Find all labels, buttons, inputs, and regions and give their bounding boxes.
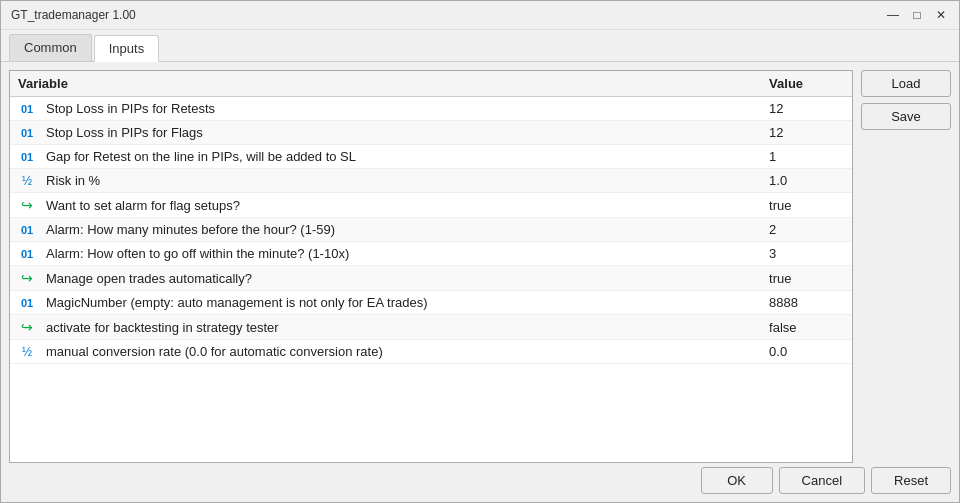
table-row: 01Stop Loss in PIPs for Flags12 [10, 121, 852, 145]
row-variable: Gap for Retest on the line in PIPs, will… [38, 145, 761, 169]
row-variable: Alarm: How many minutes before the hour?… [38, 218, 761, 242]
row-variable: activate for backtesting in strategy tes… [38, 315, 761, 340]
row-icon: ↪ [10, 315, 38, 340]
window-controls: — □ ✕ [885, 7, 949, 23]
main-body: Variable Value 01Stop Loss in PIPs for R… [1, 62, 959, 502]
table-row: ½manual conversion rate (0.0 for automat… [10, 340, 852, 364]
row-icon: 01 [10, 242, 38, 266]
row-value: 3 [761, 242, 852, 266]
col-value: Value [761, 71, 852, 97]
variables-table-container: Variable Value 01Stop Loss in PIPs for R… [9, 70, 853, 463]
table-header-row: Variable Value [10, 71, 852, 97]
window-title: GT_trademanager 1.00 [11, 8, 136, 22]
row-icon: 01 [10, 145, 38, 169]
split-content: Variable Value 01Stop Loss in PIPs for R… [1, 62, 959, 463]
ok-button[interactable]: OK [701, 467, 773, 494]
table-row: 01MagicNumber (empty: auto management is… [10, 291, 852, 315]
row-icon: ½ [10, 340, 38, 364]
table-row: 01Stop Loss in PIPs for Retests12 [10, 97, 852, 121]
row-value: false [761, 315, 852, 340]
row-value: 0.0 [761, 340, 852, 364]
load-button[interactable]: Load [861, 70, 951, 97]
table-row: ½Risk in %1.0 [10, 169, 852, 193]
row-value: 1.0 [761, 169, 852, 193]
row-value: true [761, 193, 852, 218]
table-row: ↪activate for backtesting in strategy te… [10, 315, 852, 340]
row-icon: ↪ [10, 193, 38, 218]
row-variable: Want to set alarm for flag setups? [38, 193, 761, 218]
tabs-bar: Common Inputs [1, 30, 959, 62]
title-bar: GT_trademanager 1.00 — □ ✕ [1, 1, 959, 30]
col-variable: Variable [10, 71, 761, 97]
tab-common[interactable]: Common [9, 34, 92, 61]
variables-table: Variable Value 01Stop Loss in PIPs for R… [10, 71, 852, 364]
row-variable: Stop Loss in PIPs for Retests [38, 97, 761, 121]
table-row: 01Alarm: How often to go off within the … [10, 242, 852, 266]
row-icon: ↪ [10, 266, 38, 291]
row-icon: 01 [10, 97, 38, 121]
row-variable: manual conversion rate (0.0 for automati… [38, 340, 761, 364]
row-value: 12 [761, 121, 852, 145]
row-value: 12 [761, 97, 852, 121]
save-button[interactable]: Save [861, 103, 951, 130]
row-variable: MagicNumber (empty: auto management is n… [38, 291, 761, 315]
table-row: ↪Want to set alarm for flag setups?true [10, 193, 852, 218]
table-row: ↪Manage open trades automatically?true [10, 266, 852, 291]
row-icon: ½ [10, 169, 38, 193]
row-icon: 01 [10, 218, 38, 242]
main-window: GT_trademanager 1.00 — □ ✕ Common Inputs… [0, 0, 960, 503]
side-buttons: Load Save [861, 70, 951, 463]
minimize-button[interactable]: — [885, 7, 901, 23]
row-value: 8888 [761, 291, 852, 315]
row-variable: Risk in % [38, 169, 761, 193]
row-variable: Stop Loss in PIPs for Flags [38, 121, 761, 145]
cancel-button[interactable]: Cancel [779, 467, 865, 494]
maximize-button[interactable]: □ [909, 7, 925, 23]
close-button[interactable]: ✕ [933, 7, 949, 23]
table-row: 01Gap for Retest on the line in PIPs, wi… [10, 145, 852, 169]
row-icon: 01 [10, 291, 38, 315]
bottom-buttons-row: OK Cancel Reset [1, 463, 959, 502]
row-icon: 01 [10, 121, 38, 145]
row-value: 2 [761, 218, 852, 242]
row-value: 1 [761, 145, 852, 169]
tab-inputs[interactable]: Inputs [94, 35, 159, 62]
row-variable: Manage open trades automatically? [38, 266, 761, 291]
row-value: true [761, 266, 852, 291]
row-variable: Alarm: How often to go off within the mi… [38, 242, 761, 266]
reset-button[interactable]: Reset [871, 467, 951, 494]
table-row: 01Alarm: How many minutes before the hou… [10, 218, 852, 242]
